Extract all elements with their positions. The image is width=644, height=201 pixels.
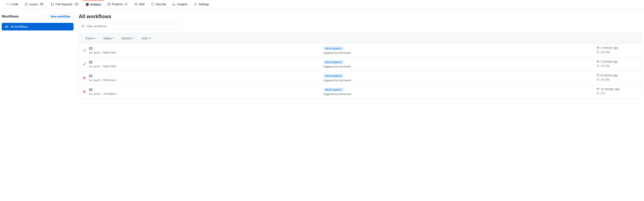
workflow-run-row: CIon: push (bdef356)developmenttriggered…	[79, 44, 642, 57]
workflow-run-row: CIon: push (bdef356)developmenttriggered…	[79, 57, 642, 71]
tab-issues[interactable]: Issues67	[21, 0, 48, 8]
filter-workflows-input[interactable]	[86, 25, 180, 28]
filter-label: Branch	[122, 37, 131, 40]
filter-actor-button[interactable]: Actor	[142, 37, 151, 40]
tab-counter: 67	[39, 3, 44, 6]
clock-icon	[596, 92, 600, 95]
svg-point-1	[26, 5, 27, 5]
tab-insights[interactable]: Insights	[169, 0, 190, 8]
run-trigger: triggered by fishcharlie	[324, 65, 594, 68]
svg-rect-13	[597, 61, 599, 63]
tab-label: Code	[11, 3, 18, 6]
svg-point-4	[53, 5, 54, 6]
filter-label: Event	[86, 37, 93, 40]
tab-code[interactable]: Code	[4, 0, 21, 8]
tab-counter: 1	[124, 3, 128, 6]
svg-rect-11	[597, 47, 599, 49]
caret-down-icon	[94, 38, 96, 39]
run-subtitle: on: push (bdef356)	[89, 65, 321, 68]
run-status-success-icon	[82, 49, 86, 52]
search-icon	[82, 25, 85, 28]
caret-down-icon	[113, 38, 114, 39]
tab-label: Insights	[177, 3, 187, 6]
caret-down-icon	[149, 38, 151, 39]
svg-point-10	[82, 25, 84, 27]
tab-label: Wiki	[139, 3, 144, 6]
run-timestamp: 8 minutes ago	[596, 74, 639, 77]
branch-badge[interactable]: development	[324, 88, 344, 92]
tab-label: Projects	[112, 3, 123, 6]
branch-badge[interactable]: development	[324, 47, 344, 50]
svg-point-8	[5, 26, 6, 27]
run-timestamp: 15 minutes ago	[596, 87, 639, 91]
play-icon	[86, 3, 89, 6]
run-trigger: triggered by fishcharlie	[324, 79, 594, 82]
tab-actions[interactable]: Actions	[82, 0, 104, 9]
calendar-icon	[596, 74, 600, 77]
filter-event-button[interactable]: Event	[86, 37, 96, 40]
run-duration: 27s	[596, 92, 639, 95]
clock-icon	[596, 78, 600, 81]
clock-icon	[596, 64, 600, 67]
run-title-link[interactable]: CI	[89, 74, 321, 78]
gear-icon	[194, 3, 197, 6]
run-status-failure-icon	[82, 76, 86, 80]
filter-label: Actor	[142, 37, 148, 40]
sidebar-item-label: All workflows	[10, 25, 28, 28]
tab-wiki[interactable]: Wiki	[131, 0, 148, 8]
run-title-link[interactable]: CI	[89, 47, 321, 51]
sidebar-title: Workflows	[2, 15, 19, 19]
runs-toolbar: EventStatusBranchActor	[79, 33, 642, 44]
new-workflow-button[interactable]: New workflow	[48, 14, 74, 20]
run-timestamp: 3 minutes ago	[596, 60, 639, 63]
issue-icon	[24, 3, 28, 6]
tab-label: Security	[156, 3, 166, 6]
tab-pull-requests[interactable]: Pull requests12	[48, 0, 82, 8]
repo-tabnav: CodeIssues67Pull requests12ActionsProjec…	[0, 0, 644, 9]
workflow-run-row: CIon: push (595afaa)developmenttriggered…	[79, 71, 642, 85]
tab-security[interactable]: Security	[148, 0, 170, 8]
tab-projects[interactable]: Projects1	[104, 0, 131, 8]
branch-badge[interactable]: development	[324, 74, 344, 78]
workflow-run-row: CIon: push (7ec0d3e)developmenttriggered…	[79, 85, 642, 98]
run-title-link[interactable]: CI	[89, 88, 321, 92]
filter-status-button[interactable]: Status	[104, 37, 114, 40]
filter-workflows-input-wrap[interactable]	[79, 23, 182, 30]
run-timestamp: 2 minutes ago	[596, 46, 639, 50]
calendar-icon	[596, 60, 600, 63]
run-trigger: triggered by fishcharlie	[324, 92, 594, 96]
svg-point-2	[51, 3, 52, 4]
tab-counter: 12	[74, 3, 79, 6]
svg-rect-15	[597, 75, 599, 77]
page-title: All workflows	[79, 14, 642, 20]
clock-icon	[596, 51, 600, 54]
run-duration: 1m 23s	[596, 64, 639, 68]
project-icon	[108, 3, 111, 6]
calendar-icon	[596, 46, 600, 49]
tab-label: Actions	[90, 3, 101, 6]
filter-branch-button[interactable]: Branch	[122, 37, 134, 40]
svg-point-3	[51, 5, 52, 6]
run-subtitle: on: push (7ec0d3e)	[89, 92, 321, 95]
code-icon	[6, 3, 10, 6]
caret-down-icon	[132, 38, 134, 39]
shield-icon	[151, 3, 154, 6]
sidebar-item-all-workflows[interactable]: All workflows	[2, 23, 74, 31]
tab-settings[interactable]: Settings	[190, 0, 212, 8]
branch-badge[interactable]: development	[324, 60, 344, 64]
workflow-runs-box: EventStatusBranchActor CIon: push (bdef3…	[79, 33, 642, 99]
tab-label: Settings	[198, 3, 209, 6]
run-subtitle: on: push (bdef356)	[89, 51, 321, 54]
run-title-link[interactable]: CI	[89, 61, 321, 64]
workflow-icon	[5, 25, 8, 28]
wiki-icon	[134, 3, 138, 6]
calendar-icon	[596, 88, 600, 91]
run-trigger: triggered by fishcharlie	[324, 51, 594, 54]
svg-point-7	[195, 4, 196, 5]
pr-icon	[51, 3, 54, 6]
graph-icon	[172, 3, 176, 6]
run-subtitle: on: push (595afaa)	[89, 79, 321, 82]
run-status-success-icon	[82, 62, 86, 66]
svg-rect-17	[597, 88, 599, 90]
run-duration: 1m 14s	[596, 50, 639, 54]
